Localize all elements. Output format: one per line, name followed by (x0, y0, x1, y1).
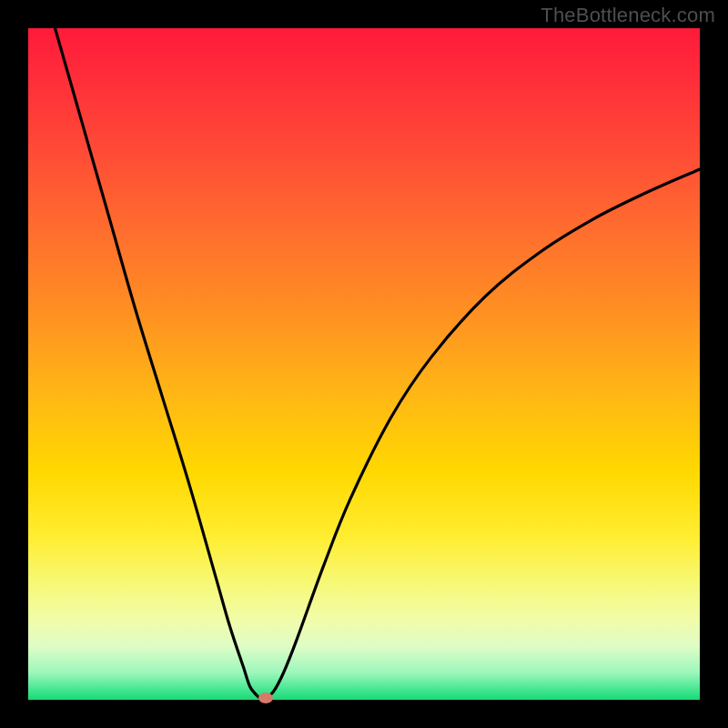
minimum-marker (258, 693, 273, 703)
watermark-text: TheBottleneck.com (541, 4, 715, 27)
plot-background-gradient (28, 28, 700, 700)
chart-frame: TheBottleneck.com (0, 0, 728, 728)
